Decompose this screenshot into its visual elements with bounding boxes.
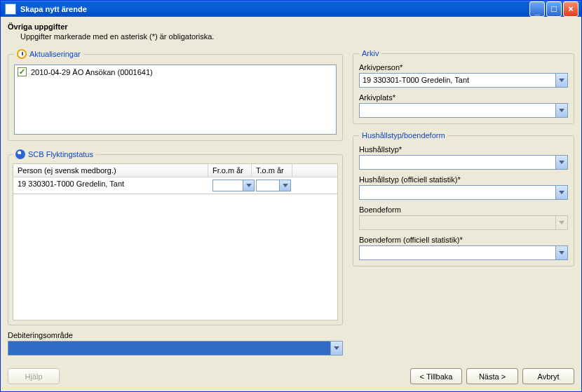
col-to[interactable]: T.o.m år bbox=[252, 164, 292, 177]
close-button[interactable]: × bbox=[563, 1, 578, 17]
chevron-down-icon bbox=[555, 186, 567, 199]
body: Övriga uppgifter Uppgifter markerade med… bbox=[1, 17, 581, 363]
boendeform-combo bbox=[359, 215, 568, 230]
cell-person: 19 330301-T000 Gredelin, Tant bbox=[13, 177, 208, 194]
chevron-down-icon bbox=[555, 156, 567, 169]
left-column: Aktualiseringar ✓ 2010-04-29 ÄO Ansökan … bbox=[8, 49, 343, 356]
arkivplats-label: Arkivplats* bbox=[359, 93, 568, 102]
clock-icon bbox=[17, 49, 27, 59]
aktualiseringar-legend: Aktualiseringar bbox=[14, 49, 83, 59]
checkbox-icon[interactable]: ✓ bbox=[18, 67, 27, 76]
boendeform-off-value bbox=[360, 246, 555, 259]
aktualiseringar-group: Aktualiseringar ✓ 2010-04-29 ÄO Ansökan … bbox=[8, 49, 343, 141]
arkivplats-value bbox=[360, 104, 555, 117]
hushall-group: Hushållstyp/boendeform Hushållstyp* Hush… bbox=[353, 131, 574, 266]
arkiv-group: Arkiv Arkivperson* 19 330301-T000 Gredel… bbox=[353, 49, 574, 124]
table-row[interactable]: 19 330301-T000 Gredelin, Tant bbox=[13, 177, 337, 194]
hushallstyp-off-combo[interactable] bbox=[359, 185, 568, 200]
debit-value bbox=[8, 342, 330, 355]
boendeform-off-label: Boendeform (officiell statistik)* bbox=[359, 236, 568, 244]
hushallstyp-off-value bbox=[360, 186, 555, 199]
chevron-down-icon bbox=[279, 180, 290, 191]
from-year-combo[interactable] bbox=[212, 180, 255, 191]
boendeform-off-combo[interactable] bbox=[359, 245, 568, 260]
hushallstyp-combo[interactable] bbox=[359, 155, 568, 170]
col-person[interactable]: Person (ej svensk medborg.) bbox=[13, 164, 208, 177]
globe-icon bbox=[15, 149, 25, 159]
columns: Aktualiseringar ✓ 2010-04-29 ÄO Ansökan … bbox=[8, 49, 574, 356]
cell-to bbox=[252, 177, 292, 194]
next-button[interactable]: Nästa > bbox=[466, 368, 518, 384]
list-item[interactable]: ✓ 2010-04-29 ÄO Ansökan (0001641) bbox=[16, 67, 334, 77]
hushallstyp-label: Hushållstyp* bbox=[359, 145, 568, 154]
debit-label: Debiteringsområde bbox=[8, 331, 343, 339]
scb-table-empty-area bbox=[13, 194, 338, 320]
chevron-down-icon bbox=[555, 74, 567, 87]
cell-from bbox=[208, 177, 252, 194]
scb-table-header: Person (ej svensk medborg.) Fr.o.m år T.… bbox=[13, 164, 337, 177]
footer-right-buttons: < Tillbaka Nästa > Avbryt bbox=[410, 368, 574, 384]
chevron-down-icon bbox=[555, 104, 567, 117]
arkivplats-combo[interactable] bbox=[359, 103, 568, 118]
debit-combo[interactable] bbox=[8, 341, 343, 356]
titlebar: Skapa nytt ärende _ □ × bbox=[1, 1, 581, 17]
window-title: Skapa nytt ärende bbox=[20, 5, 528, 13]
debit-block: Debiteringsområde bbox=[8, 330, 343, 356]
arkivperson-combo[interactable]: 19 330301-T000 Gredelin, Tant bbox=[359, 73, 568, 88]
chevron-down-icon bbox=[330, 342, 342, 355]
scb-legend-text: SCB Flyktingstatus bbox=[28, 150, 93, 158]
right-column: Arkiv Arkivperson* 19 330301-T000 Gredel… bbox=[353, 49, 574, 356]
cancel-button[interactable]: Avbryt bbox=[522, 368, 574, 384]
back-button[interactable]: < Tillbaka bbox=[410, 368, 462, 384]
scb-group: SCB Flyktingstatus Person (ej svensk med… bbox=[8, 149, 343, 325]
app-icon bbox=[5, 4, 16, 15]
scb-legend: SCB Flyktingstatus bbox=[13, 149, 96, 159]
hushall-fields: Hushållstyp* Hushållstyp (officiell stat… bbox=[359, 145, 568, 260]
aktualiseringar-list[interactable]: ✓ 2010-04-29 ÄO Ansökan (0001641) bbox=[14, 65, 337, 135]
arkivperson-label: Arkivperson* bbox=[359, 63, 568, 72]
minimize-button[interactable]: _ bbox=[529, 1, 545, 17]
col-from[interactable]: Fr.o.m år bbox=[208, 164, 252, 177]
hushallstyp-off-label: Hushållstyp (officiell statistik)* bbox=[359, 175, 568, 184]
arkiv-legend: Arkiv bbox=[359, 49, 381, 58]
hushallstyp-value bbox=[360, 156, 555, 169]
aktualiseringar-legend-text: Aktualiseringar bbox=[29, 50, 81, 58]
to-year-combo[interactable] bbox=[256, 180, 291, 191]
maximize-button[interactable]: □ bbox=[546, 1, 562, 17]
scb-table: Person (ej svensk medborg.) Fr.o.m år T.… bbox=[13, 163, 338, 194]
chevron-down-icon bbox=[555, 216, 567, 229]
list-item-text: 2010-04-29 ÄO Ansökan (0001641) bbox=[31, 68, 153, 76]
help-button[interactable]: Hjälp bbox=[8, 368, 60, 384]
arkivperson-value: 19 330301-T000 Gredelin, Tant bbox=[360, 74, 555, 87]
chevron-down-icon bbox=[555, 246, 567, 259]
page-subtitle: Uppgifter markerade med en asterisk (*) … bbox=[20, 32, 574, 41]
window: Skapa nytt ärende _ □ × Övriga uppgifter… bbox=[0, 0, 582, 392]
footer: Hjälp < Tillbaka Nästa > Avbryt bbox=[1, 363, 581, 391]
arkiv-fields: Arkivperson* 19 330301-T000 Gredelin, Ta… bbox=[359, 63, 568, 118]
page-header: Övriga uppgifter Uppgifter markerade med… bbox=[8, 22, 574, 41]
scb-table-body: 19 330301-T000 Gredelin, Tant bbox=[13, 177, 337, 194]
boendeform-label: Boendeform bbox=[359, 205, 568, 214]
page-title: Övriga uppgifter bbox=[8, 22, 574, 31]
boendeform-value bbox=[360, 216, 555, 229]
hushall-legend: Hushållstyp/boendeform bbox=[359, 131, 448, 140]
